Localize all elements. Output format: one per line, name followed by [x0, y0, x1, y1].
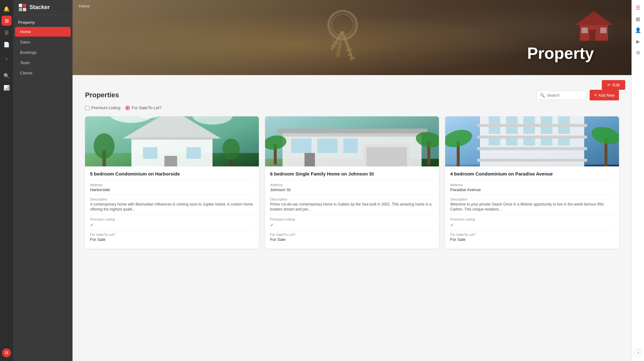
for-sale-radio[interactable] — [125, 106, 130, 110]
divider — [270, 230, 434, 230]
card-3-desc-value: Welcome to your private Oasis! Once in a… — [450, 202, 614, 212]
svg-rect-60 — [477, 147, 587, 150]
svg-rect-48 — [304, 153, 315, 166]
filter-for-sale[interactable]: For Sale/To Let? — [125, 105, 161, 110]
card-2-desc-label: Description — [270, 197, 434, 201]
add-new-label: Add New — [598, 93, 615, 98]
sidebar-item-team[interactable]: Team — [15, 58, 71, 68]
card-2-desc-field: Description Prime cul-de-sac contemporar… — [270, 197, 434, 212]
property-card-1[interactable]: 5 bedroom Condominium on Harborside Addr… — [85, 116, 259, 249]
card-3-forsale-label: For Sale/To Let? — [450, 233, 614, 236]
property-card-2[interactable]: 6 bedroom Single Family Home on Johnson … — [265, 116, 439, 249]
card-1-desc-label: Description — [90, 197, 254, 201]
svg-rect-70 — [541, 127, 552, 134]
filter-premium-listing[interactable]: Premium Listing — [85, 105, 120, 110]
svg-rect-61 — [477, 159, 587, 162]
card-2-content: 6 bedroom Single Family Home on Johnson … — [265, 166, 439, 249]
card-1-forsale-label: For Sale/To Let? — [90, 233, 254, 236]
right-panel-list-icon[interactable]: ☰ — [633, 3, 643, 13]
sidebar-item-clients-label: Clients — [20, 71, 33, 75]
svg-rect-58 — [477, 124, 587, 127]
premium-listing-checkbox[interactable] — [85, 106, 89, 110]
hero-title: Property — [527, 44, 594, 63]
sidebar-item-bookings[interactable]: Bookings — [15, 48, 71, 57]
divider — [450, 180, 614, 181]
properties-section: Properties 🔍 + Add New Premium Listi — [73, 90, 631, 261]
pencil-icon: ✏ — [607, 83, 611, 87]
divider — [450, 195, 614, 195]
card-2-desc-value: Prime cul-de-sac contemporary home in Ga… — [270, 202, 434, 212]
divider — [270, 180, 434, 181]
card-3-content: 4 bedroom Condominium on Paradise Avenue… — [445, 166, 619, 249]
property-card-3[interactable]: 4 bedroom Condominium on Paradise Avenue… — [445, 116, 619, 249]
reports-rail-icon[interactable]: 📊 — [2, 83, 12, 93]
divider — [450, 215, 614, 215]
sidebar-item-sales-label: Sales — [20, 40, 30, 44]
card-3-address-label: Address — [450, 183, 614, 187]
search-input[interactable] — [547, 93, 583, 98]
search-icon: 🔍 — [540, 93, 545, 98]
search-rail-icon[interactable]: 🔍 — [2, 71, 12, 81]
right-panel: ☰ ▦ 👤 ▶ ⚙ ? — [631, 0, 644, 361]
divider — [90, 195, 254, 195]
card-image-3 — [445, 116, 619, 166]
add-new-button[interactable]: + Add New — [590, 90, 619, 100]
svg-rect-20 — [581, 28, 588, 33]
sidebar-item-bookings-label: Bookings — [20, 50, 37, 55]
properties-title: Properties — [85, 91, 119, 99]
svg-rect-30 — [143, 147, 157, 159]
svg-rect-42 — [277, 129, 427, 133]
svg-rect-3 — [23, 8, 26, 11]
table-icon[interactable]: ☰ — [2, 28, 12, 38]
sidebar: Stacker Property Home Sales Bookings Tea… — [13, 0, 73, 361]
edit-button[interactable]: ✏ Edit — [602, 80, 625, 90]
right-panel-gear-icon[interactable]: ⚙ — [633, 48, 643, 58]
card-3-address-field: Address Paradise Avenue — [450, 183, 614, 192]
card-1-desc-field: Description A contemporary home with Ber… — [90, 197, 254, 212]
sidebar-item-team-label: Team — [20, 60, 30, 65]
premium-listing-label: Premium Listing — [91, 105, 120, 110]
app-logo: Stacker — [13, 0, 73, 15]
svg-rect-71 — [558, 127, 570, 134]
icon-rail: 🔔 ⊞ ☰ 📄 ＋ 🔍 📊 U — [0, 0, 13, 361]
user-avatar[interactable]: U — [2, 348, 11, 357]
card-3-desc-field: Description Welcome to your private Oasi… — [450, 197, 614, 212]
card-1-address-field: Address Harborside — [90, 183, 254, 192]
add-item-icon[interactable]: ＋ — [2, 54, 12, 64]
svg-point-36 — [94, 133, 115, 159]
app-name: Stacker — [29, 4, 50, 11]
svg-rect-69 — [523, 127, 535, 134]
sidebar-item-clients[interactable]: Clients — [15, 68, 71, 78]
notification-icon[interactable]: 🔔 — [2, 4, 12, 14]
card-1-title: 5 bedroom Condominium on Harborside — [90, 171, 254, 177]
card-3-desc-label: Description — [450, 197, 614, 201]
sidebar-item-home[interactable]: Home — [15, 27, 71, 37]
right-panel-help-button[interactable]: ? — [634, 349, 642, 357]
page-icon[interactable]: 📄 — [2, 39, 12, 49]
card-2-forsale-label: For Sale/To Let? — [270, 233, 434, 236]
svg-rect-29 — [131, 137, 212, 140]
card-3-premium-check: ✓ — [450, 222, 614, 227]
svg-rect-2 — [19, 8, 22, 11]
card-1-forsale-field: For Sale/To Let? For Sale — [90, 233, 254, 242]
card-1-premium-field: Premium Listing ✓ — [90, 217, 254, 227]
properties-header: Properties 🔍 + Add New — [85, 90, 619, 100]
properties-controls: 🔍 + Add New — [536, 90, 619, 100]
search-box: 🔍 — [536, 91, 586, 100]
hero-section: Home Property — [73, 0, 631, 75]
svg-rect-45 — [291, 139, 311, 153]
card-3-title: 4 bedroom Condominium on Paradise Avenue — [450, 171, 614, 177]
svg-point-38 — [222, 139, 240, 160]
help-label: ? — [637, 351, 639, 356]
card-image-2 — [265, 116, 439, 166]
sidebar-item-sales[interactable]: Sales — [15, 37, 71, 47]
svg-marker-18 — [575, 11, 613, 25]
card-2-address-label: Address — [270, 183, 434, 187]
svg-rect-19 — [589, 30, 596, 41]
right-panel-person-icon[interactable]: 👤 — [633, 25, 643, 35]
card-1-premium-check: ✓ — [90, 222, 254, 227]
card-2-address-value: Johnson St — [270, 187, 434, 192]
right-panel-calendar-icon[interactable]: ▦ — [633, 14, 643, 24]
dashboard-icon[interactable]: ⊞ — [2, 16, 12, 26]
right-panel-chevron-icon[interactable]: ▶ — [633, 36, 643, 46]
